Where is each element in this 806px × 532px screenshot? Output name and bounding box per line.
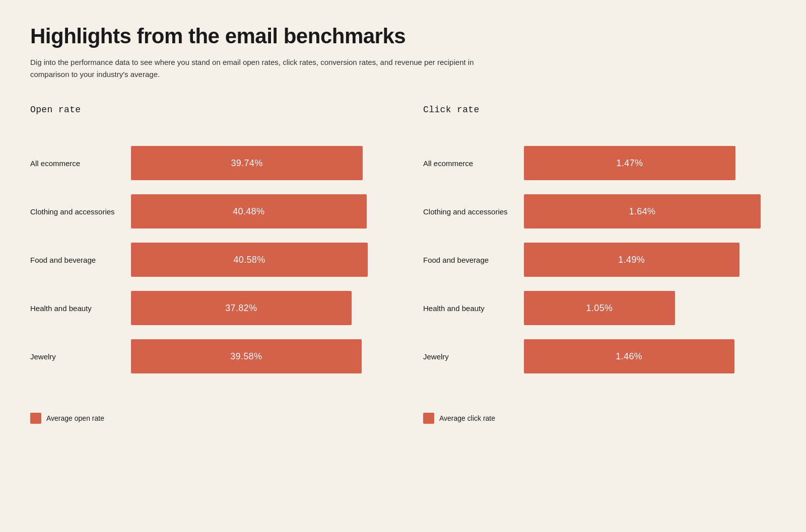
bar: 40.58% [131, 243, 368, 277]
bar-wrapper: 1.47% [524, 146, 776, 180]
bar-value: 1.47% [617, 158, 643, 169]
row-label: Health and beauty [30, 304, 131, 313]
bar: 1.49% [524, 243, 740, 277]
page-title: Highlights from the email benchmarks [30, 24, 776, 48]
table-row: Clothing and accessories1.64% [423, 187, 776, 236]
table-row: Health and beauty37.82% [30, 284, 383, 332]
click-rate-legend-label: Average click rate [439, 414, 495, 422]
charts-container: Open rate All ecommerce39.74%Clothing an… [30, 105, 776, 381]
row-label: Food and beverage [423, 256, 524, 264]
table-row: Health and beauty1.05% [423, 284, 776, 332]
row-label: Clothing and accessories [423, 207, 524, 216]
open-rate-legend-swatch [30, 413, 41, 424]
row-label: Clothing and accessories [30, 207, 131, 216]
bar-wrapper: 39.74% [131, 146, 383, 180]
bar: 39.58% [131, 339, 362, 373]
click-rate-section: Click rate All ecommerce1.47%Clothing an… [423, 105, 776, 381]
table-row: Clothing and accessories40.48% [30, 187, 383, 236]
bar: 1.46% [524, 339, 734, 373]
open-rate-section: Open rate All ecommerce39.74%Clothing an… [30, 105, 383, 381]
bar-value: 39.58% [230, 351, 262, 362]
bar-value: 1.46% [616, 351, 642, 362]
bar-wrapper: 1.49% [524, 243, 776, 277]
row-label: Food and beverage [30, 256, 131, 264]
row-label: Health and beauty [423, 304, 524, 313]
open-rate-rows: All ecommerce39.74%Clothing and accessor… [30, 139, 383, 381]
table-row: Food and beverage40.58% [30, 236, 383, 284]
bar: 1.47% [524, 146, 735, 180]
row-label: All ecommerce [423, 159, 524, 168]
bar-value: 39.74% [231, 158, 262, 169]
row-label: Jewelry [423, 352, 524, 361]
bar-wrapper: 37.82% [131, 291, 383, 325]
bar: 1.64% [524, 194, 761, 229]
bar-wrapper: 1.46% [524, 339, 776, 373]
bar-wrapper: 40.58% [131, 243, 383, 277]
table-row: Jewelry1.46% [423, 332, 776, 381]
click-rate-title: Click rate [423, 105, 776, 115]
open-rate-legend: Average open rate [30, 413, 383, 424]
bar-value: 40.58% [233, 255, 265, 265]
bar-value: 40.48% [233, 206, 264, 217]
bar-value: 37.82% [225, 303, 257, 314]
table-row: Food and beverage1.49% [423, 236, 776, 284]
bar: 39.74% [131, 146, 363, 180]
open-rate-legend-label: Average open rate [46, 414, 104, 422]
legend-container: Average open rate Average click rate [30, 405, 776, 424]
table-row: Jewelry39.58% [30, 332, 383, 381]
bar-value: 1.49% [618, 255, 645, 265]
table-row: All ecommerce39.74% [30, 139, 383, 187]
row-label: All ecommerce [30, 159, 131, 168]
bar: 40.48% [131, 194, 367, 229]
bar-wrapper: 39.58% [131, 339, 383, 373]
bar-wrapper: 40.48% [131, 194, 383, 229]
bar-value: 1.05% [586, 303, 613, 314]
bar-wrapper: 1.05% [524, 291, 776, 325]
click-rate-rows: All ecommerce1.47%Clothing and accessori… [423, 139, 776, 381]
bar-wrapper: 1.64% [524, 194, 776, 229]
page-subtitle: Dig into the performance data to see whe… [30, 56, 484, 81]
bar: 1.05% [524, 291, 675, 325]
bar: 37.82% [131, 291, 352, 325]
table-row: All ecommerce1.47% [423, 139, 776, 187]
open-rate-title: Open rate [30, 105, 383, 115]
bar-value: 1.64% [629, 206, 656, 217]
click-rate-legend-swatch [423, 413, 434, 424]
click-rate-legend: Average click rate [423, 413, 776, 424]
row-label: Jewelry [30, 352, 131, 361]
